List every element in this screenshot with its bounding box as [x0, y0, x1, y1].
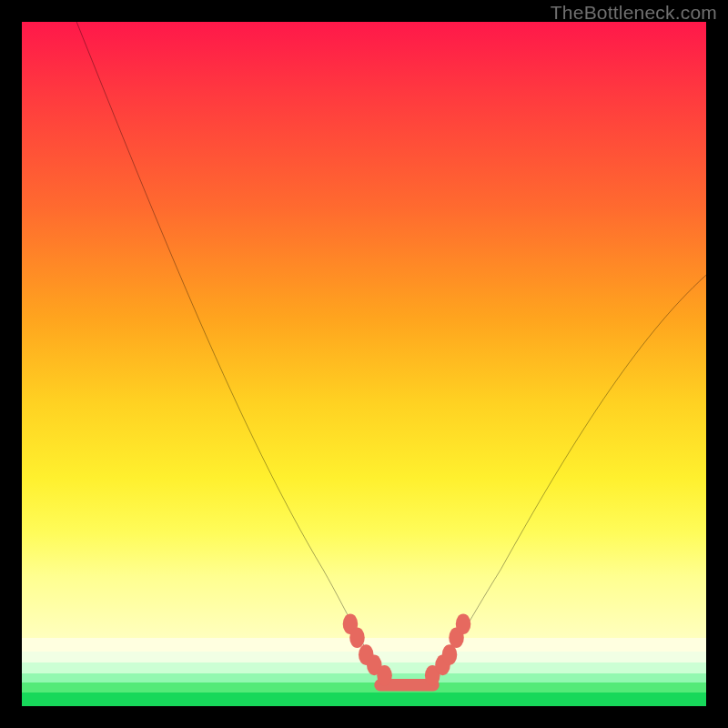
- outer-frame: TheBottleneck.com: [0, 0, 728, 728]
- marker-left-5: [377, 665, 392, 686]
- marker-left-2: [349, 628, 365, 649]
- plot-area: [22, 22, 706, 706]
- bottleneck-curve: [76, 22, 706, 685]
- watermark-text: TheBottleneck.com: [551, 2, 717, 24]
- marker-right-5: [456, 613, 471, 634]
- curve-layer: [22, 22, 706, 706]
